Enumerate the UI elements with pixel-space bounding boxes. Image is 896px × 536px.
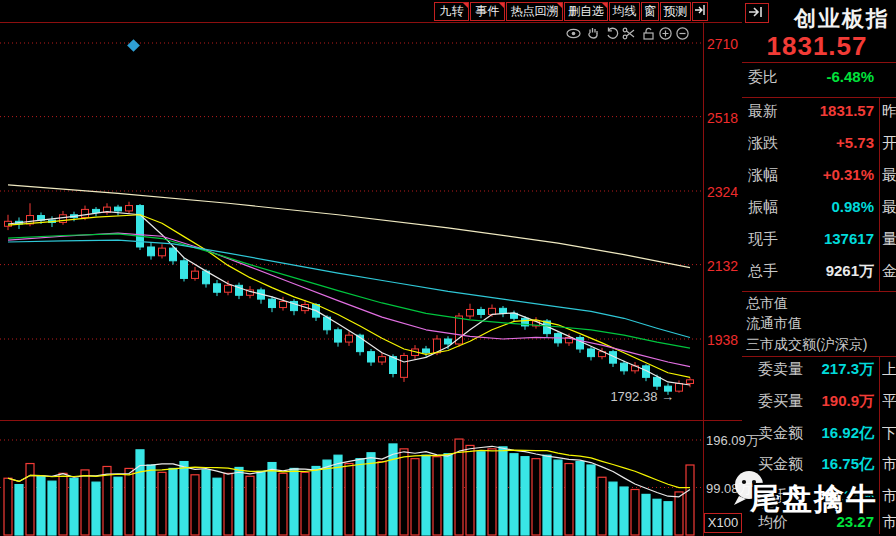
total-volume-row: 总手9261万金 <box>742 262 896 282</box>
panel-collapse-button[interactable] <box>745 3 769 23</box>
undo-icon[interactable] <box>605 26 620 41</box>
total-market-cap-row: 总市值 <box>742 295 896 315</box>
delete-watchlist-button[interactable]: 删自选 <box>564 2 608 21</box>
index-price: 1831.57 <box>742 31 892 62</box>
toolbar-divider <box>0 22 742 23</box>
trading-app-screen: 九转 事件 热点回溯 删自选 均线 窗 预测 2710 2518 2324 21… <box>0 0 896 536</box>
zoom-out-icon[interactable] <box>675 26 690 41</box>
candlestick-chart[interactable] <box>0 0 742 536</box>
ma-button[interactable]: 均线 <box>609 2 640 21</box>
events-button[interactable]: 事件 <box>470 2 505 21</box>
y-axis-label: 2324 <box>707 184 741 200</box>
bid-volume-row: 委买量190.9万平 <box>742 392 896 412</box>
zoom-in-icon[interactable] <box>658 26 673 41</box>
collapse-arrow-button[interactable] <box>692 2 708 21</box>
lock-open-icon[interactable] <box>641 26 656 41</box>
y-axis-label: 2710 <box>707 36 741 52</box>
pane-divider <box>0 420 742 421</box>
quote-panel: 创业板指 1831.57 委比 -6.48% 最新1831.57昨 涨跌+5.7… <box>742 0 896 536</box>
change-percent-row: 涨幅+0.31%最 <box>742 166 896 186</box>
ask-volume-row: 委卖量217.3万上 <box>742 360 896 380</box>
window-button[interactable]: 窗 <box>641 2 659 21</box>
watermark-text: 尾盘擒牛 <box>750 479 878 520</box>
nine-turn-button[interactable]: 九转 <box>434 2 469 21</box>
volume-axis-label: 196.09万 <box>706 432 759 450</box>
chart-right-border <box>703 22 704 536</box>
change-row: 涨跌+5.73开 <box>742 134 896 154</box>
scissors-icon[interactable] <box>622 26 637 41</box>
forecast-button[interactable]: 预测 <box>660 2 691 21</box>
hotspot-review-button[interactable]: 热点回溯 <box>506 2 563 21</box>
sell-amount-row: 卖金额16.92亿下 <box>742 424 896 444</box>
period-low-label: 1792.38 → <box>598 389 674 404</box>
three-market-turnover-row: 三市成交额(沪深京) <box>742 336 896 356</box>
panel-header: 创业板指 <box>742 2 896 30</box>
y-axis-label: 1938 <box>707 332 741 348</box>
index-title: 创业板指 <box>794 4 890 34</box>
weibi-row: 委比 -6.48% <box>742 68 896 88</box>
arrow-to-bar-icon <box>746 4 766 20</box>
y-axis-label: 2132 <box>707 258 741 274</box>
current-volume-row: 现手137617量 <box>742 230 896 250</box>
latest-price-row: 最新1831.57昨 <box>742 102 896 122</box>
float-market-cap-row: 流通市值 <box>742 315 896 335</box>
amplitude-row: 振幅0.98%最 <box>742 198 896 218</box>
arrow-to-bar-icon <box>694 3 706 17</box>
hand-icon[interactable] <box>586 26 601 41</box>
eye-icon[interactable] <box>566 26 581 41</box>
y-axis-label: 2518 <box>707 110 741 126</box>
